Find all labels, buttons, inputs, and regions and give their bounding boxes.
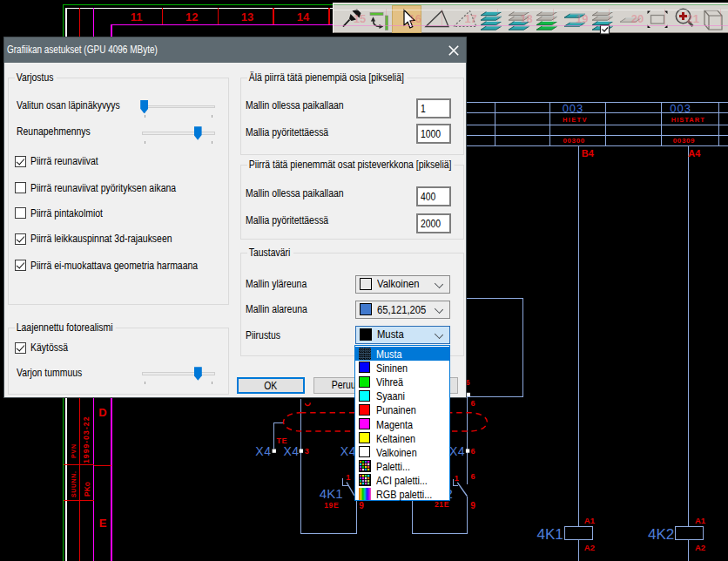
svg-text:00300: 00300 bbox=[563, 137, 585, 145]
svg-text:A2: A2 bbox=[584, 543, 595, 552]
svg-text:A1: A1 bbox=[695, 516, 706, 525]
svg-text:6: 6 bbox=[471, 399, 475, 408]
svg-text:D: D bbox=[98, 406, 106, 419]
svg-text:A1: A1 bbox=[584, 516, 596, 525]
svg-text:6: 6 bbox=[471, 447, 475, 456]
svg-text:4K2: 4K2 bbox=[648, 526, 674, 543]
svg-text:9: 9 bbox=[470, 501, 475, 510]
svg-text:13: 13 bbox=[241, 10, 253, 24]
svg-text:PVN: PVN bbox=[71, 443, 77, 458]
svg-text:X4: X4 bbox=[449, 444, 465, 458]
svg-text:14: 14 bbox=[297, 10, 310, 24]
svg-text:4K1: 4K1 bbox=[320, 486, 343, 501]
svg-text:003: 003 bbox=[563, 102, 584, 115]
svg-text:21E: 21E bbox=[435, 500, 449, 509]
svg-text:003: 003 bbox=[670, 102, 691, 115]
svg-text:A4: A4 bbox=[688, 148, 701, 159]
svg-text:HIETV: HIETV bbox=[563, 116, 588, 124]
svg-text:12: 12 bbox=[185, 10, 198, 24]
svg-text:3: 3 bbox=[305, 447, 309, 456]
svg-text:X4: X4 bbox=[283, 444, 299, 458]
svg-text:9: 9 bbox=[359, 501, 364, 510]
svg-text:SUUNN.: SUUNN. bbox=[71, 471, 77, 497]
svg-text:PKo: PKo bbox=[83, 482, 91, 497]
svg-text:A2: A2 bbox=[695, 543, 705, 552]
svg-text:X4: X4 bbox=[255, 444, 271, 458]
svg-text:1: 1 bbox=[346, 473, 350, 482]
svg-text:1: 1 bbox=[455, 474, 459, 483]
svg-text:6: 6 bbox=[471, 472, 475, 481]
svg-text:1999-03-22: 1999-03-22 bbox=[82, 416, 91, 463]
svg-text:B4: B4 bbox=[582, 148, 595, 159]
svg-text:11: 11 bbox=[131, 10, 143, 24]
svg-text:4K1: 4K1 bbox=[537, 526, 563, 543]
svg-text:19E: 19E bbox=[324, 501, 339, 510]
svg-text:00309: 00309 bbox=[673, 137, 695, 145]
svg-text:E: E bbox=[99, 517, 107, 530]
svg-text:HISTART: HISTART bbox=[671, 116, 705, 124]
